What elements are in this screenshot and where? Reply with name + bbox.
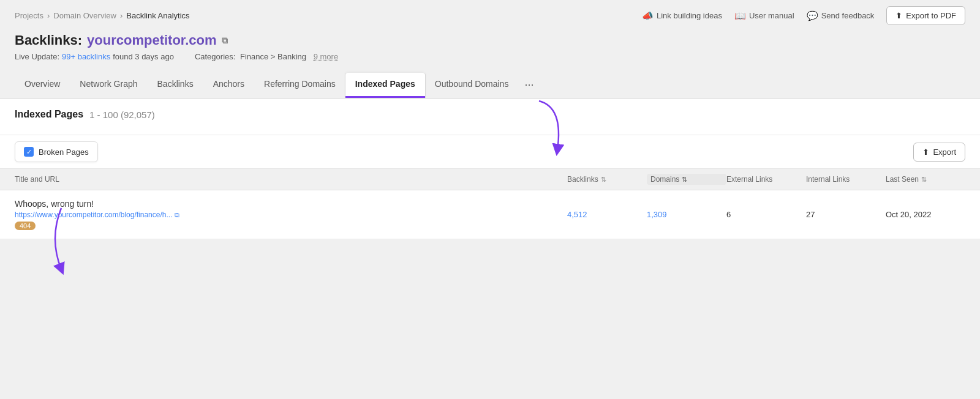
live-update-prefix: Live Update:: [15, 52, 59, 61]
categories-label: Categories: Finance > Banking 9 more: [195, 52, 338, 61]
col-title-url: Title and URL: [15, 174, 567, 185]
title-prefix: Backlinks:: [15, 32, 82, 48]
col-backlinks[interactable]: Backlinks ⇅: [567, 174, 647, 185]
broken-pages-filter[interactable]: ✓ Broken Pages: [15, 141, 98, 162]
export-pdf-button[interactable]: ⬆ Export to PDF: [886, 6, 965, 25]
page-title: Backlinks: yourcompetitor.com ⧉: [15, 32, 965, 48]
breadcrumb-projects[interactable]: Projects: [15, 11, 43, 20]
section-count: 1 - 100 (92,057): [89, 110, 155, 120]
breadcrumb-sep1: ›: [47, 11, 50, 20]
export-icon: ⬆: [922, 147, 929, 157]
backlinks-count-link[interactable]: 99+ backlinks: [62, 52, 110, 61]
cell-domains: 1,309: [647, 210, 726, 219]
col-internal-links: Internal Links: [806, 174, 886, 185]
user-manual-link[interactable]: 📖 User manual: [734, 10, 794, 21]
broken-pages-label: Broken Pages: [39, 147, 89, 157]
url-external-icon: ⧉: [175, 211, 179, 219]
link-building-link[interactable]: 📣 Link building ideas: [642, 10, 722, 21]
tab-outbound-domains[interactable]: Outbound Domains: [425, 73, 519, 98]
domains-value[interactable]: 1,309: [647, 210, 667, 219]
tag-404: 404: [15, 219, 567, 230]
last-seen-value: Oct 20, 2022: [886, 210, 931, 219]
tab-network-graph[interactable]: Network Graph: [70, 73, 147, 98]
backlinks-sort-icon: ⇅: [601, 176, 606, 184]
table-row: Whoops, wrong turn! https://www.yourcomp…: [0, 190, 980, 239]
live-update-suffix: found 3 days ago: [113, 52, 174, 61]
tab-anchors[interactable]: Anchors: [203, 73, 254, 98]
domain-name: yourcompetitor.com: [87, 32, 216, 48]
filter-row: ✓ Broken Pages ⬆ Export: [0, 135, 980, 169]
nav-tabs: Overview Network Graph Backlinks Anchors…: [0, 72, 980, 99]
content-header: Indexed Pages 1 - 100 (92,057): [0, 99, 980, 135]
top-bar: Projects › Domain Overview › Backlink An…: [0, 0, 980, 30]
tab-backlinks[interactable]: Backlinks: [148, 73, 203, 98]
breadcrumb: Projects › Domain Overview › Backlink An…: [15, 11, 190, 20]
internal-links-value: 27: [806, 210, 815, 219]
section-title-text: Indexed Pages: [15, 109, 83, 120]
megaphone-icon: 📣: [642, 10, 654, 21]
checkbox-checked-icon: ✓: [24, 147, 34, 157]
link-building-label: Link building ideas: [657, 11, 722, 20]
cell-backlinks: 4,512: [567, 210, 647, 219]
tab-overview[interactable]: Overview: [15, 73, 70, 98]
send-feedback-link[interactable]: 💬 Send feedback: [807, 10, 875, 21]
cell-external-links: 6: [726, 210, 806, 219]
tab-referring-domains[interactable]: Referring Domains: [254, 73, 345, 98]
breadcrumb-domain-overview[interactable]: Domain Overview: [53, 11, 116, 20]
breadcrumb-current: Backlink Analytics: [126, 11, 189, 20]
user-manual-label: User manual: [749, 11, 794, 20]
col-last-seen[interactable]: Last Seen ⇅: [886, 174, 965, 185]
backlinks-value[interactable]: 4,512: [567, 210, 587, 219]
more-tabs-button[interactable]: ···: [518, 72, 540, 99]
last-seen-sort-icon: ⇅: [921, 176, 927, 184]
page-title-text: Whoops, wrong turn!: [15, 199, 567, 209]
chat-icon: 💬: [807, 10, 818, 21]
more-categories-link[interactable]: 9 more: [314, 52, 338, 61]
table-header: Title and URL Backlinks ⇅ Domains ⇅ Exte…: [0, 169, 980, 190]
external-links-value: 6: [726, 210, 731, 219]
main-content: Indexed Pages 1 - 100 (92,057) ✓ Broken …: [0, 99, 980, 239]
cell-internal-links: 27: [806, 210, 886, 219]
cell-last-seen: Oct 20, 2022: [886, 210, 965, 219]
book-icon: 📖: [734, 10, 746, 21]
live-update-bar: Live Update: 99+ backlinks found 3 days …: [15, 52, 965, 61]
page-header: Backlinks: yourcompetitor.com ⧉ Live Upd…: [0, 30, 980, 67]
section-title: Indexed Pages 1 - 100 (92,057): [15, 109, 965, 120]
top-actions: 📣 Link building ideas 📖 User manual 💬 Se…: [642, 6, 965, 25]
domains-sort-icon: ⇅: [682, 176, 687, 184]
page-url-link[interactable]: https://www.yourcompetitor.com/blog/fina…: [15, 211, 567, 219]
breadcrumb-sep2: ›: [120, 11, 123, 20]
tab-indexed-pages[interactable]: Indexed Pages: [345, 73, 425, 98]
cell-title-url: Whoops, wrong turn! https://www.yourcomp…: [15, 199, 567, 230]
external-link-icon[interactable]: ⧉: [222, 35, 228, 46]
upload-icon: ⬆: [895, 11, 902, 20]
export-button[interactable]: ⬆ Export: [913, 143, 965, 162]
send-feedback-label: Send feedback: [821, 11, 875, 20]
col-external-links: External Links: [726, 174, 806, 185]
col-domains[interactable]: Domains ⇅: [647, 174, 726, 185]
